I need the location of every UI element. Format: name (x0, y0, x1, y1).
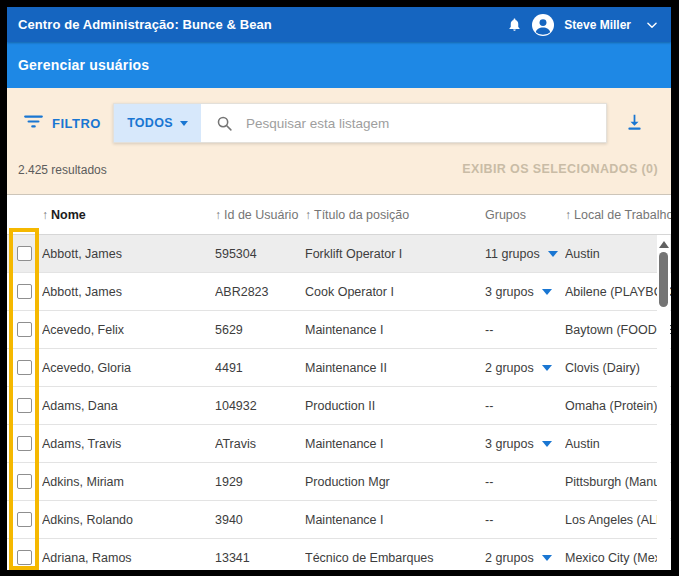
row-checkbox[interactable] (17, 512, 32, 527)
table-row[interactable]: Abbott, James 595304 Forklift Operator I… (7, 235, 671, 273)
row-checkbox[interactable] (17, 322, 32, 337)
column-header-local[interactable]: ↑ Local de Trabalho (565, 208, 671, 222)
cell-user-id: 595304 (215, 247, 305, 261)
cell-position: Production II (305, 399, 485, 413)
page-bar: Gerenciar usuários (7, 42, 671, 88)
cell-position: Técnico de Embarques (305, 551, 485, 565)
column-header-grupos[interactable]: Grupos (485, 208, 565, 222)
search-scope-dropdown[interactable]: TODOS (114, 104, 201, 142)
column-header-id[interactable]: ↑ Id de Usuário (215, 208, 305, 222)
sort-asc-icon: ↑ (42, 208, 48, 222)
search-input[interactable] (233, 116, 606, 131)
row-checkbox-cell (7, 398, 42, 413)
row-checkbox[interactable] (17, 284, 32, 299)
cell-groups: 3 grupos (485, 285, 565, 299)
cell-position: Cook Operator I (305, 285, 485, 299)
cell-groups: 3 grupos (485, 437, 565, 451)
cell-name: Abbott, James (42, 285, 215, 299)
row-checkbox[interactable] (17, 398, 32, 413)
table-header-row: ↑ Nome ↑ Id de Usuário ↑ Título da posiç… (7, 195, 671, 235)
user-name: Steve Miller (564, 18, 631, 32)
cell-groups-text: 3 grupos (485, 437, 534, 451)
row-checkbox-cell (7, 474, 42, 489)
row-checkbox[interactable] (17, 360, 32, 375)
export-download-button[interactable] (624, 112, 645, 133)
app-title: Centro de Administração: Bunce & Bean (18, 17, 272, 32)
cell-location: Austin (565, 437, 671, 451)
row-checkbox-cell (7, 360, 42, 375)
groups-dropdown-caret-icon[interactable] (542, 365, 552, 371)
user-menu-chevron-down-icon[interactable] (645, 18, 659, 32)
notifications-bell-icon[interactable] (507, 16, 522, 33)
top-bar: Centro de Administração: Bunce & Bean St… (7, 7, 671, 42)
cell-groups: -- (485, 475, 565, 489)
cell-user-id: 13341 (215, 551, 305, 565)
cell-name: Acevedo, Felix (42, 323, 215, 337)
table-body: Abbott, James 595304 Forklift Operator I… (7, 235, 671, 570)
cell-groups: -- (485, 513, 565, 527)
cell-groups-text: -- (485, 399, 493, 413)
sort-asc-icon: ↑ (215, 208, 221, 222)
cell-location: Baytown (FOODCS (565, 323, 671, 337)
scrollbar-thumb[interactable] (659, 252, 668, 307)
cell-location: Abilene (PLAYBOO (565, 285, 671, 299)
filter-button[interactable]: FILTRO (24, 115, 101, 131)
cell-groups: 2 grupos (485, 551, 565, 565)
cell-groups-text: 11 grupos (485, 247, 540, 261)
scroll-up-arrow-icon[interactable] (659, 241, 669, 248)
row-checkbox-cell (7, 436, 42, 451)
cell-groups-text: 3 grupos (485, 285, 534, 299)
row-checkbox-cell (7, 512, 42, 527)
row-checkbox[interactable] (17, 550, 32, 565)
search-bar: TODOS (113, 103, 607, 143)
table-row[interactable]: Adams, Dana 104932 Production II -- Omah… (7, 387, 671, 425)
row-checkbox[interactable] (17, 474, 32, 489)
groups-dropdown-caret-icon[interactable] (542, 555, 552, 561)
cell-groups-text: -- (485, 323, 493, 337)
cell-position: Maintenance I (305, 323, 485, 337)
cell-groups: 2 grupos (485, 361, 565, 375)
search-icon (216, 115, 233, 132)
top-bar-right: Steve Miller (507, 14, 659, 36)
user-avatar-icon[interactable] (532, 14, 554, 36)
cell-name: Acevedo, Gloria (42, 361, 215, 375)
cell-groups-text: -- (485, 475, 493, 489)
row-checkbox[interactable] (17, 246, 32, 261)
table-row[interactable]: Acevedo, Felix 5629 Maintenance I -- Bay… (7, 311, 671, 349)
groups-dropdown-caret-icon[interactable] (542, 441, 552, 447)
admin-center-window: Centro de Administração: Bunce & Bean St… (7, 7, 671, 570)
cell-groups: -- (485, 323, 565, 337)
groups-dropdown-caret-icon[interactable] (542, 289, 552, 295)
table-row[interactable]: Adkins, Miriam 1929 Production Mgr -- Pi… (7, 463, 671, 501)
cell-groups-text: -- (485, 513, 493, 527)
cell-user-id: ABR2823 (215, 285, 305, 299)
table-row[interactable]: Adkins, Rolando 3940 Maintenance I -- Lo… (7, 501, 671, 539)
vertical-scrollbar[interactable] (657, 235, 670, 570)
cell-location: Clovis (Dairy) (565, 361, 671, 375)
cell-user-id: 3940 (215, 513, 305, 527)
cell-name: Abbott, James (42, 247, 215, 261)
table-row[interactable]: Acevedo, Gloria 4491 Maintenance II 2 gr… (7, 349, 671, 387)
column-header-nome[interactable]: ↑ Nome (42, 208, 215, 222)
row-checkbox[interactable] (17, 436, 32, 451)
table-row[interactable]: Abbott, James ABR2823 Cook Operator I 3 … (7, 273, 671, 311)
chevron-down-icon (180, 121, 188, 126)
cell-position: Forklift Operator I (305, 247, 485, 261)
cell-name: Adams, Dana (42, 399, 215, 413)
cell-position: Maintenance I (305, 437, 485, 451)
filter-toolbar: FILTRO TODOS 2.425 resultados EXIBIR OS … (7, 88, 671, 195)
show-selected-button[interactable]: EXIBIR OS SELECIONADOS (0) (462, 162, 658, 176)
filter-icon (24, 115, 43, 131)
cell-user-id: ATravis (215, 437, 305, 451)
cell-name: Adkins, Miriam (42, 475, 215, 489)
column-header-titulo[interactable]: ↑ Título da posição (305, 208, 485, 222)
page-title: Gerenciar usuários (18, 57, 149, 73)
table-row[interactable]: Adams, Travis ATravis Maintenance I 3 gr… (7, 425, 671, 463)
cell-name: Adriana, Ramos (42, 551, 215, 565)
cell-groups-text: 2 grupos (485, 361, 534, 375)
groups-dropdown-caret-icon[interactable] (548, 251, 558, 257)
table-row[interactable]: Adriana, Ramos 13341 Técnico de Embarque… (7, 539, 671, 570)
cell-name: Adkins, Rolando (42, 513, 215, 527)
filter-label: FILTRO (52, 116, 101, 131)
cell-groups-text: 2 grupos (485, 551, 534, 565)
